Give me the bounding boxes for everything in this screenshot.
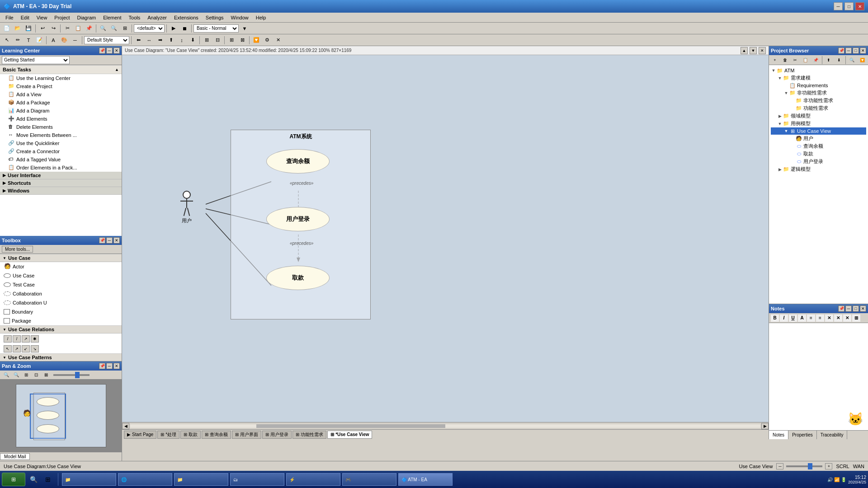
menu-view[interactable]: View (33, 14, 51, 21)
hscroll-right-btn[interactable]: ▶ (761, 423, 769, 429)
pb-paste-btn[interactable]: 📌 (811, 56, 821, 65)
more-tools-btn[interactable]: More tools... (2, 246, 33, 253)
task-add-view[interactable]: 📋 Add a View (0, 90, 122, 99)
select-btn[interactable]: ↖ (2, 36, 12, 45)
menu-extensions[interactable]: Extensions (170, 14, 202, 21)
tree-withdraw-uc[interactable]: ⬭ 取款 (771, 150, 866, 158)
use-case-patterns-header[interactable]: ▼ Use Case Patterns (0, 353, 122, 361)
style-select[interactable]: Basic - Normal (193, 24, 239, 33)
default-style-select[interactable]: Default Style (84, 36, 129, 44)
task-quicklinker[interactable]: 🔗 Use the Quicklinker (0, 139, 122, 147)
notes-clear3-btn[interactable]: ✕ (843, 314, 851, 322)
tab-query[interactable]: ⊞ 查询余额 (202, 431, 231, 439)
panel-minimize-btn[interactable]: ─ (106, 47, 113, 54)
group-btn[interactable]: ⊞ (226, 36, 236, 45)
notes-font-color-btn[interactable]: A (798, 314, 806, 322)
usecase-2[interactable]: 用户登录 (266, 207, 330, 231)
pz-btn-2[interactable]: 🔍 (12, 371, 21, 379)
toolbox-collaboration[interactable]: Collaboration (0, 289, 122, 298)
windows-header[interactable]: ▶ Windows (0, 187, 122, 195)
pb-controls[interactable]: 📌 ─ □ ✕ (838, 47, 866, 54)
task-add-elements[interactable]: ➕ Add Elements (0, 115, 122, 123)
align-right-btn[interactable]: ➡ (155, 36, 165, 45)
task-tagged-value[interactable]: 🏷 Add a Tagged Value (0, 155, 122, 164)
tree-functional[interactable]: 📁 功能性需求 (771, 104, 866, 112)
cut-btn[interactable]: ✂ (62, 24, 72, 33)
taskbar-folder-btn[interactable]: 📁 (174, 473, 228, 486)
taskbar-atm-btn[interactable]: 🔷 ATM - EA (398, 473, 453, 486)
notes-grid-btn[interactable]: ⊞ (852, 314, 860, 322)
pan-zoom-minimap[interactable]: 🧑 (16, 384, 106, 447)
pb-maximize-btn[interactable]: □ (853, 47, 859, 54)
pb-minimize-btn[interactable]: ─ (845, 47, 852, 54)
align-center-btn[interactable]: ↔ (144, 36, 154, 45)
traceability-tab[interactable]: Traceability (817, 431, 848, 439)
task-create-project[interactable]: 📁 Create a Project (0, 82, 122, 90)
tab-functional[interactable]: ⊞ 功能性需求 (292, 431, 326, 439)
text-btn[interactable]: T (24, 36, 33, 45)
run-btn[interactable]: ▶ (169, 24, 179, 33)
pb-search-btn[interactable]: 🔍 (847, 56, 857, 65)
tree-usecase-model[interactable]: ▼ 📁 用例模型 (771, 120, 866, 127)
same-height-btn[interactable]: ⊟ (212, 36, 222, 45)
use-case-section-header[interactable]: ▼ Use Case (0, 254, 122, 262)
maximize-button[interactable]: □ (844, 2, 854, 10)
tree-atm[interactable]: ▼ 📁 ATM (771, 67, 866, 74)
tree-area[interactable]: ▼ 📁 ATM ▼ 📁 需求建模 📋 Requirements (769, 65, 868, 304)
taskbar-file-btn[interactable]: 📁 (62, 473, 116, 486)
fill-color-btn[interactable]: 🎨 (59, 36, 69, 45)
menu-project[interactable]: Project (51, 14, 73, 21)
notes-bold-btn[interactable]: B (771, 314, 779, 322)
toolbox-package[interactable]: Package (0, 316, 122, 325)
notes-tab[interactable]: Notes (769, 431, 788, 439)
pz-btn-3[interactable]: ⊞ (22, 371, 31, 379)
tree-nonfunc-child[interactable]: 📁 非功能性需求 (771, 97, 866, 104)
close-diagram-btn[interactable]: ✕ (273, 36, 283, 45)
menu-element[interactable]: Element (99, 14, 125, 21)
diagram-canvas[interactable]: 用户 ATM系统 查询余额 «precedes» 用户登录 (122, 55, 769, 422)
pz-pin-btn[interactable]: 📌 (99, 363, 105, 369)
task-add-package[interactable]: 📦 Add a Package (0, 99, 122, 107)
toolbox-pin-btn[interactable]: 📌 (99, 237, 105, 244)
conn-btn-4[interactable]: ✱ (31, 335, 39, 343)
shortcuts-header[interactable]: ▶ Shortcuts (0, 179, 122, 187)
draw-btn[interactable]: ✏ (13, 36, 23, 45)
pb-pin-btn[interactable]: 📌 (838, 47, 844, 54)
tab-use-case-view[interactable]: ⊞ *Use Case View (327, 431, 372, 439)
align-left-btn[interactable]: ⬅ (133, 36, 143, 45)
model-mail-tab[interactable]: Model Mail (0, 453, 30, 460)
task-order-elements[interactable]: 📋 Order Elements in a Pack... (0, 164, 122, 172)
menu-diagram[interactable]: Diagram (74, 14, 100, 21)
menu-window[interactable]: Window (227, 14, 252, 21)
diag-close-btn[interactable]: ✕ (759, 47, 766, 54)
notes-italic-btn[interactable]: I (780, 314, 788, 322)
conn-btn-5[interactable]: ↖ (4, 345, 12, 352)
diag-nav-up[interactable]: ▲ (741, 47, 748, 54)
tree-logic-model[interactable]: ▶ 📁 逻辑模型 (771, 165, 866, 173)
conn-btn-1[interactable]: / (4, 335, 12, 343)
zoom-fit-btn[interactable]: ⊞ (120, 24, 130, 33)
zoom-in-status-btn[interactable]: + (825, 463, 832, 469)
toolbox-boundary[interactable]: Boundary (0, 307, 122, 316)
pb-cut-btn[interactable]: ✂ (790, 56, 800, 65)
panel-controls[interactable]: 📌 ─ ✕ (99, 47, 120, 54)
line-color-btn[interactable]: ─ (70, 36, 80, 45)
minimize-button[interactable]: ─ (834, 2, 843, 10)
pz-close-btn[interactable]: ✕ (113, 363, 120, 369)
pb-add-btn[interactable]: + (770, 56, 780, 65)
usecase-1[interactable]: 查询余额 (266, 149, 330, 174)
notes-clear-btn[interactable]: ✕ (825, 314, 833, 322)
notes-minimize-btn[interactable]: ─ (845, 305, 852, 312)
same-width-btn[interactable]: ⊞ (202, 36, 212, 45)
pb-close-btn[interactable]: ✕ (860, 47, 866, 54)
status-zoom-thumb[interactable] (808, 463, 812, 469)
default-select[interactable]: <default> (134, 24, 165, 33)
pz-btn-4[interactable]: ⊡ (32, 371, 41, 379)
pb-delete-btn[interactable]: 🗑 (780, 56, 790, 65)
tab-login[interactable]: ⊞ 用户登录 (262, 431, 292, 439)
notes-content[interactable]: 🐱 (769, 323, 868, 430)
conn-btn-2[interactable]: / (13, 335, 21, 343)
pz-controls[interactable]: 📌 ─ ✕ (99, 363, 120, 369)
toolbox-minimize-btn[interactable]: ─ (106, 237, 113, 244)
panel-close-btn[interactable]: ✕ (113, 47, 120, 54)
